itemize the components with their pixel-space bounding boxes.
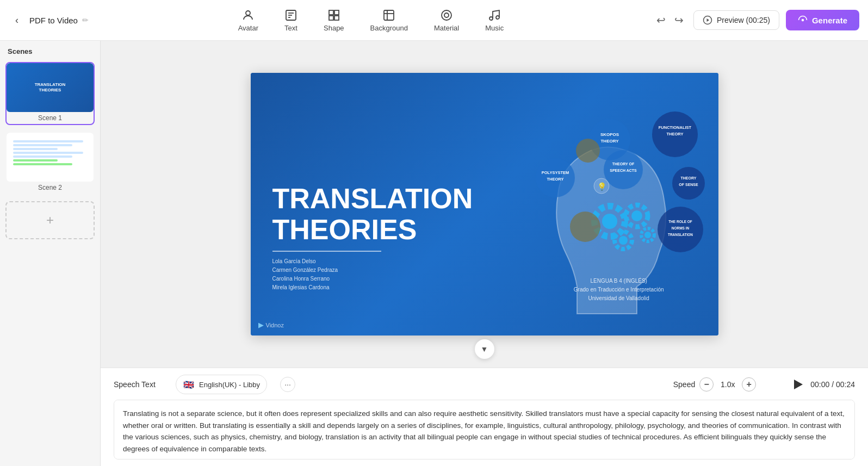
- svg-rect-6: [334, 10, 339, 15]
- play-icon: [794, 380, 803, 389]
- background-icon: [382, 9, 395, 22]
- text-label: Text: [284, 24, 297, 32]
- svg-text:SPEECH ACTS: SPEECH ACTS: [610, 169, 637, 172]
- scene-2-name: Scene 2: [7, 184, 94, 194]
- time-display: 00:00 / 00:24: [810, 380, 855, 389]
- play-button[interactable]: [791, 377, 806, 392]
- vidnoz-text: Vidnoz: [266, 322, 284, 328]
- speed-section: Speed − 1.0x +: [673, 377, 756, 392]
- scroll-down-button[interactable]: ▼: [475, 339, 494, 359]
- slide-title-block: TRANSLATION THEORIES Lola García Delso C…: [272, 183, 473, 292]
- toolbar-text[interactable]: Text: [271, 4, 311, 36]
- scene-2-thumbnail: [7, 133, 94, 182]
- svg-point-26: [644, 232, 651, 238]
- svg-point-47: [570, 212, 600, 242]
- svg-point-20: [602, 214, 617, 229]
- svg-text:NORMS IN: NORMS IN: [671, 226, 689, 230]
- toolbar-material[interactable]: Material: [421, 4, 472, 36]
- svg-point-13: [444, 13, 449, 17]
- toolbar-center: Avatar Text Shape Background: [102, 4, 640, 36]
- scene-1-thumbnail: TRANSLATIONTHEORIES: [7, 63, 94, 112]
- music-icon: [488, 9, 501, 22]
- scene-2-line: [13, 156, 72, 158]
- add-scene-button[interactable]: +: [5, 201, 95, 239]
- svg-point-0: [246, 11, 250, 15]
- svg-point-46: [576, 139, 600, 163]
- speed-decrease-button[interactable]: −: [699, 377, 714, 392]
- generate-label: Generate: [812, 16, 847, 25]
- avatar-label: Avatar: [238, 24, 258, 32]
- time-current: 00:00: [810, 380, 829, 389]
- main-content: Scenes TRANSLATIONTHEORIES Scene 1: [0, 41, 868, 466]
- svg-point-15: [496, 16, 499, 19]
- svg-rect-8: [334, 16, 339, 20]
- svg-point-12: [442, 10, 451, 20]
- svg-text:THEORY: THEORY: [600, 139, 619, 144]
- scene-2-line: [13, 148, 58, 150]
- undo-redo: ↩ ↪: [653, 11, 687, 29]
- vidnoz-watermark: ▶ Vidnoz: [258, 321, 284, 329]
- speed-value: 1.0x: [718, 380, 737, 389]
- svg-marker-17: [706, 18, 709, 22]
- slide-authors-left: Lola García Delso Carmen González Pedraz…: [272, 257, 473, 292]
- scene-1-name: Scene 1: [7, 114, 94, 124]
- svg-rect-5: [329, 10, 333, 15]
- slide-main-title-line1: TRANSLATION: [272, 183, 473, 214]
- toolbar-avatar[interactable]: Avatar: [225, 4, 271, 36]
- svg-point-14: [489, 17, 493, 20]
- svg-text:POLYSYSTEM: POLYSYSTEM: [541, 170, 569, 175]
- toolbar-left: ‹ PDF to Video ✏: [9, 12, 89, 28]
- svg-text:OF SENSE: OF SENSE: [679, 183, 698, 187]
- svg-point-18: [802, 19, 804, 22]
- slide-main-title-line2: THEORIES: [272, 214, 473, 245]
- svg-text:THEORY: THEORY: [680, 176, 696, 180]
- material-label: Material: [434, 24, 459, 32]
- svg-rect-7: [329, 16, 333, 20]
- bottom-panel: Speech Text 🇬🇧 English(UK) - Libby ··· S…: [101, 368, 868, 466]
- language-name: English(UK) - Libby: [199, 381, 260, 389]
- svg-text:THE ROLE OF: THE ROLE OF: [668, 220, 692, 223]
- generate-button[interactable]: Generate: [786, 10, 859, 30]
- speech-controls: Speech Text 🇬🇧 English(UK) - Libby ··· S…: [114, 375, 855, 394]
- toolbar-background[interactable]: Background: [357, 4, 421, 36]
- slide-canvas: TRANSLATION THEORIES Lola García Delso C…: [251, 73, 718, 335]
- material-icon: [440, 9, 453, 22]
- scene-2-card[interactable]: Scene 2: [5, 132, 95, 195]
- speech-label: Speech Text: [114, 380, 163, 389]
- preview-label: Preview (00:25): [717, 16, 770, 24]
- toolbar-music[interactable]: Music: [472, 4, 517, 36]
- svg-text:THEORY: THEORY: [666, 132, 683, 136]
- language-more-button[interactable]: ···: [280, 377, 295, 392]
- shape-icon: [327, 9, 340, 22]
- toolbar-shape[interactable]: Shape: [311, 4, 357, 36]
- undo-button[interactable]: ↩: [653, 11, 669, 29]
- svg-point-22: [631, 210, 642, 221]
- head-area: SKOPOS THEORY FUNCTIONALIST THEORY POLYS…: [501, 107, 708, 335]
- toolbar: ‹ PDF to Video ✏ Avatar Text Shape: [0, 0, 868, 41]
- time-separator: /: [832, 380, 836, 389]
- text-icon: [284, 9, 297, 22]
- svg-point-24: [619, 236, 628, 245]
- language-selector[interactable]: 🇬🇧 English(UK) - Libby: [176, 375, 267, 394]
- time-total: 00:24: [836, 380, 855, 389]
- speech-text-area[interactable]: [114, 400, 855, 459]
- scene-2-line: [13, 163, 72, 165]
- scene-1-card[interactable]: TRANSLATIONTHEORIES Scene 1: [5, 62, 95, 125]
- speed-label: Speed: [673, 380, 695, 389]
- svg-text:SKOPOS: SKOPOS: [600, 132, 619, 137]
- background-label: Background: [370, 24, 408, 32]
- preview-button[interactable]: Preview (00:25): [693, 10, 779, 30]
- svg-text:FUNCTIONALIST: FUNCTIONALIST: [658, 125, 691, 130]
- back-button[interactable]: ‹: [9, 12, 25, 28]
- speed-increase-button[interactable]: +: [742, 377, 756, 392]
- svg-text:TRANSLATION: TRANSLATION: [667, 233, 692, 237]
- canvas-viewport: TRANSLATION THEORIES Lola García Delso C…: [101, 41, 868, 368]
- slide-divider: [272, 251, 381, 252]
- sidebar: Scenes TRANSLATIONTHEORIES Scene 1: [0, 41, 101, 466]
- redo-button[interactable]: ↪: [671, 11, 687, 29]
- generate-icon: [798, 15, 808, 25]
- edit-icon[interactable]: ✏: [82, 16, 89, 24]
- scene-1-thumb-text: TRANSLATIONTHEORIES: [35, 82, 66, 92]
- scenes-label: Scenes: [5, 47, 95, 55]
- svg-text:THEORY: THEORY: [547, 177, 563, 182]
